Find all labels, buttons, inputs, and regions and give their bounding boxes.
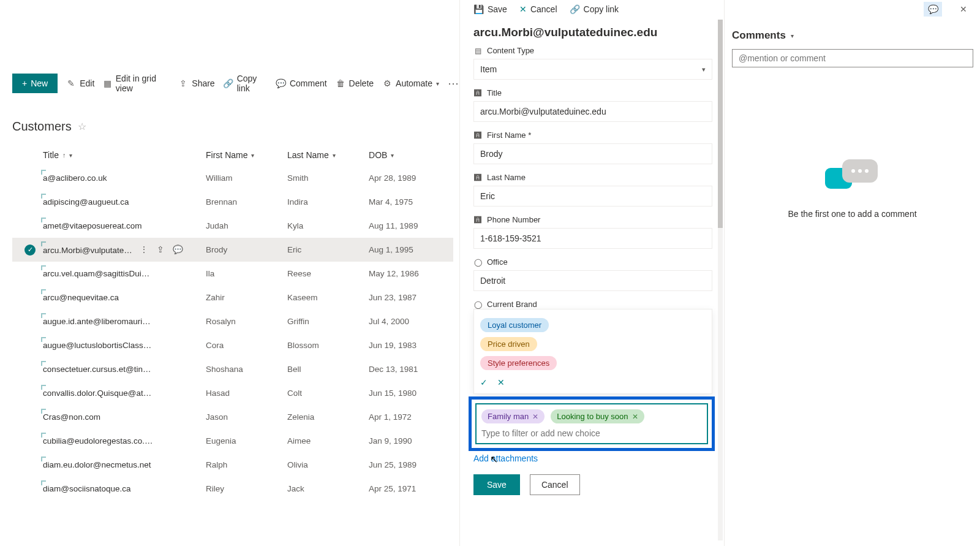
cell-last-name: Jack [287,484,369,493]
field-content-type: ▤Content Type Item ▾ [473,46,712,80]
cell-first-name: Ila [206,269,287,278]
office-input[interactable]: Detroit [473,270,712,291]
cell-dob: Jan 9, 1990 [369,436,453,446]
delete-button[interactable]: 🗑 Delete [336,78,374,88]
comment-icon: 💬 [276,78,286,88]
save-button[interactable]: Save [473,474,520,495]
table-row[interactable]: ✓arcu@nequevitae.ca⋮⇪💬ZahirKaseemJun 23,… [12,286,453,309]
sort-asc-icon: ↑ [62,151,66,159]
cell-title: augue.id.ante@liberomaurisaliquam.co.uk⋮… [43,317,206,327]
item-edit-panel: 💾 Save ✕ Cancel 🔗 Copy link arcu.Morbi@v… [459,0,723,546]
panel-toolbar: 💾 Save ✕ Cancel 🔗 Copy link [473,0,619,18]
panel-cancel-button[interactable]: ✕ Cancel [519,4,557,14]
table-row[interactable]: ✓diam@sociisnatoque.ca⋮⇪💬RileyJackApr 25… [12,477,453,501]
table-row[interactable]: ✓augue.id.ante@liberomaurisaliquam.co.uk… [12,309,453,333]
link-icon: 🔗 [570,4,580,14]
cell-last-name: Kaseem [287,293,369,302]
panel-save-button[interactable]: 💾 Save [473,4,507,14]
table-row[interactable]: ✓adipiscing@augueut.ca⋮⇪💬BrennanIndiraMa… [12,190,453,214]
cell-first-name: Hasad [206,389,287,398]
panel-scrollbar[interactable] [718,20,723,540]
content-type-select[interactable]: Item ▾ [473,59,712,80]
dropdown-cancel-icon[interactable]: ✕ [497,377,505,387]
col-dob[interactable]: DOB ▾ [369,150,453,160]
comment-input[interactable] [732,49,973,67]
col-first-name[interactable]: First Name ▾ [206,150,287,160]
tag-input[interactable]: Family man ✕ Looking to buy soon ✕ [475,403,708,444]
share-button[interactable]: ⇪ Share [178,78,214,88]
table-body: ✓a@aclibero.co.uk⋮⇪💬WilliamSmithApr 28, … [12,166,453,501]
list-toolbar: + New ✎ Edit ▦ Edit in grid view ⇪ Share… [12,74,459,93]
title-input[interactable]: arcu.Morbi@vulputateduinec.edu [473,101,712,122]
phone-input[interactable]: 1-618-159-3521 [473,228,712,249]
text-icon: 🅰 [473,131,482,140]
row-share-icon[interactable]: ⇪ [157,245,164,254]
cell-dob: Apr 28, 1989 [369,173,453,183]
last-name-input[interactable]: Eric [473,186,712,207]
cell-title: arcu.Morbi@vulputatedu...⋮⇪💬 [43,245,206,255]
toolbar-overflow[interactable]: ⋯ [448,77,459,90]
chevron-down-icon: ▾ [391,152,394,159]
cell-title: arcu@nequevitae.ca⋮⇪💬 [43,293,206,303]
table-row[interactable]: ✓convallis.dolor.Quisque@at.co.uk⋮⇪💬Hasa… [12,381,453,405]
row-comment-icon[interactable]: 💬 [173,245,183,254]
col-title[interactable]: Title ↑ ▾ [43,150,206,160]
chevron-down-icon[interactable]: ▾ [791,32,794,39]
favorite-star-icon[interactable]: ☆ [78,121,86,132]
cell-title: amet@vitaeposuereat.com⋮⇪💬 [43,221,206,231]
row-menu-icon[interactable]: ⋮ [140,245,148,254]
cell-first-name: Ralph [206,460,287,469]
main-list-area: + New ✎ Edit ▦ Edit in grid view ⇪ Share… [0,0,459,546]
table-row[interactable]: ✓a@aclibero.co.uk⋮⇪💬WilliamSmithApr 28, … [12,166,453,190]
edit-button[interactable]: ✎ Edit [66,78,94,88]
tag-remove-icon[interactable]: ✕ [632,412,638,421]
first-name-input[interactable]: Brody [473,143,712,164]
choice-option-loyal[interactable]: Loyal customer [480,318,549,332]
choice-option-price[interactable]: Price driven [480,337,537,351]
table-row[interactable]: ✓cubilia@eudoloregestas.co.uk⋮⇪💬EugeniaA… [12,429,453,453]
choice-dropdown: Loyal customer Price driven Style prefer… [473,309,712,394]
choice-option-style[interactable]: Style preferences [480,356,557,370]
plus-icon: + [22,78,27,88]
tag-remove-icon[interactable]: ✕ [532,412,538,421]
automate-button[interactable]: ⚙ Automate ▾ [382,78,439,88]
close-panel-button[interactable]: ✕ [954,2,973,17]
field-first-name: 🅰First Name * Brody [473,131,712,164]
table-row[interactable]: ✓Cras@non.com⋮⇪💬JasonZeleniaApr 1, 1972 [12,405,453,429]
table-row[interactable]: ✓amet@vitaeposuereat.com⋮⇪💬JudahKylaAug … [12,214,453,238]
panel-title: arcu.Morbi@vulputateduinec.edu [473,26,657,39]
add-attachments-link[interactable]: Add attachments [473,453,712,463]
cell-last-name: Olivia [287,460,369,469]
comment-button[interactable]: 💬 Comment [276,78,327,88]
field-current-brand: ◯Current Brand [473,300,712,309]
panel-body: ▤Content Type Item ▾ 🅰Title arcu.Morbi@v… [473,46,712,495]
choice-icon: ◯ [473,258,482,267]
text-icon: 🅰 [473,89,482,97]
cell-dob: Jul 4, 2000 [369,317,453,326]
cell-first-name: Shoshana [206,365,287,374]
table-row[interactable]: ✓consectetuer.cursus.et@tinciduntDonec.c… [12,357,453,381]
table-row[interactable]: ✓arcu.vel.quam@sagittisDuisgravida.com⋮⇪… [12,262,453,286]
cell-first-name: Rosalyn [206,317,287,326]
empty-comments-text: Be the first one to add a comment [725,209,980,219]
col-last-name[interactable]: Last Name ▾ [287,150,369,160]
edit-grid-button[interactable]: ▦ Edit in grid view [103,74,170,93]
row-selected-check-icon[interactable]: ✓ [24,245,36,256]
table-row[interactable]: ✓diam.eu.dolor@necmetus.net⋮⇪💬RalphOlivi… [12,453,453,477]
cancel-button[interactable]: Cancel [530,474,580,495]
copylink-button[interactable]: 🔗 Copy link [224,74,268,93]
cell-dob: Jun 23, 1987 [369,293,453,302]
scrollbar-thumb[interactable] [718,20,723,228]
cell-last-name: Kyla [287,221,369,230]
dropdown-confirm-icon[interactable]: ✓ [480,377,488,387]
comments-toggle-button[interactable]: 💬 [924,2,942,17]
tag-filter-input[interactable] [481,428,702,438]
table-row[interactable]: ✓augue@luctuslobortisClass.co.uk⋮⇪💬CoraB… [12,333,453,357]
field-office: ◯Office Detroit [473,257,712,291]
list-title-row: Customers ☆ [12,119,86,134]
chat-bubbles-icon [825,159,880,190]
panel-copylink-button[interactable]: 🔗 Copy link [570,4,619,14]
table-row[interactable]: ✓arcu.Morbi@vulputatedu...⋮⇪💬BrodyEricAu… [12,238,453,262]
new-button[interactable]: + New [12,74,58,93]
cell-title: diam.eu.dolor@necmetus.net⋮⇪💬 [43,460,206,470]
